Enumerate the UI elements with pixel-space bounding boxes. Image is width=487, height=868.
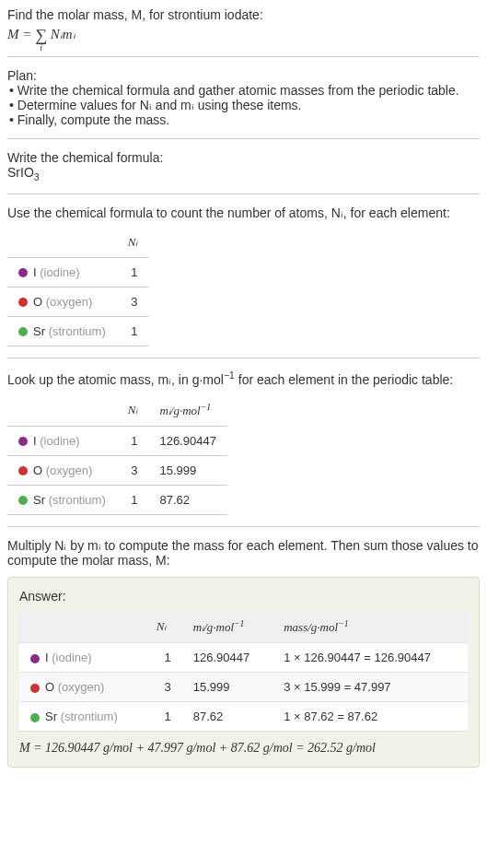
strontium-dot-icon	[30, 713, 40, 722]
divider	[7, 358, 480, 358]
divider	[7, 194, 480, 194]
strontium-dot-icon	[18, 496, 28, 505]
iodine-dot-icon	[30, 654, 40, 663]
element-symbol: Sr	[33, 324, 45, 338]
element-symbol: I	[45, 651, 49, 664]
n-value: 1	[117, 316, 149, 346]
table-header-row: Nᵢ	[7, 228, 148, 258]
element-symbol: O	[45, 680, 54, 694]
element-symbol: Sr	[33, 493, 45, 507]
answer-label: Answer:	[19, 589, 468, 604]
mass-section: Look up the atomic mass, mᵢ, in g·mol−1 …	[7, 369, 480, 515]
element-cell: Sr (strontium)	[7, 485, 117, 514]
empty-header	[7, 228, 117, 258]
empty-header	[19, 611, 145, 643]
m-header-pre: mᵢ/g·mol	[193, 620, 234, 634]
element-symbol: O	[33, 463, 42, 477]
intro-section: Find the molar mass, M, for strontium io…	[7, 7, 480, 45]
chemical-formula-section: Write the chemical formula: SrIO3	[7, 150, 480, 182]
element-name: (oxygen)	[46, 295, 93, 309]
element-name: (strontium)	[49, 493, 106, 507]
multiply-text: Multiply Nᵢ by mᵢ to compute the mass fo…	[7, 538, 480, 568]
n-header: Nᵢ	[145, 611, 182, 643]
mass-title: Look up the atomic mass, mᵢ, in g·mol−1 …	[7, 369, 480, 387]
element-name: (iodine)	[40, 265, 79, 279]
mass-header: mass/g·mol−1	[272, 611, 468, 643]
element-name: (iodine)	[52, 651, 91, 664]
n-value: 3	[117, 455, 149, 485]
table-header-row: Nᵢ mᵢ/g·mol−1 mass/g·mol−1	[19, 611, 468, 643]
multiply-section: Multiply Nᵢ by mᵢ to compute the mass fo…	[7, 538, 480, 568]
element-name: (iodine)	[40, 434, 79, 448]
m-header-pre: mᵢ/g·mol	[159, 404, 200, 417]
n-value: 1	[117, 426, 149, 455]
oxygen-dot-icon	[30, 684, 40, 693]
element-name: (strontium)	[61, 710, 118, 723]
n-value: 1	[145, 702, 182, 732]
element-cell: I (iodine)	[7, 257, 117, 287]
divider	[7, 56, 480, 57]
n-value: 1	[117, 257, 149, 287]
count-section: Use the chemical formula to count the nu…	[7, 205, 480, 346]
element-name: (strontium)	[49, 324, 106, 338]
element-cell: O (oxygen)	[7, 455, 117, 485]
element-symbol: O	[33, 295, 42, 309]
mass-header-pre: mass/g·mol	[284, 620, 338, 634]
table-header-row: Nᵢ mᵢ/g·mol−1	[7, 394, 227, 427]
element-cell: Sr (strontium)	[19, 702, 145, 732]
element-symbol: Sr	[45, 710, 57, 723]
element-name: (oxygen)	[58, 680, 105, 694]
sigma: ∑	[35, 26, 47, 44]
element-cell: I (iodine)	[19, 643, 145, 673]
m-value: 15.999	[182, 673, 272, 702]
mass-calc: 1 × 87.62 = 87.62	[272, 702, 468, 732]
plan-item: • Determine values for Nᵢ and mᵢ using t…	[9, 98, 480, 112]
formula-subscript: 3	[34, 171, 40, 182]
m-value: 15.999	[148, 455, 226, 485]
empty-header	[7, 394, 117, 427]
oxygen-dot-icon	[18, 466, 28, 475]
table-row: I (iodine) 1 126.90447	[7, 426, 227, 455]
n-value: 1	[145, 643, 182, 673]
mass-calc: 3 × 15.999 = 47.997	[272, 673, 468, 702]
n-header: Nᵢ	[117, 394, 149, 427]
element-cell: O (oxygen)	[19, 673, 145, 702]
count-table: Nᵢ I (iodine) 1 O (oxygen) 3 Sr (stronti…	[7, 228, 148, 346]
plan-title: Plan:	[7, 68, 480, 83]
table-row: Sr (strontium) 1 87.62 1 × 87.62 = 87.62	[19, 702, 468, 732]
final-answer: M = 126.90447 g/mol + 47.997 g/mol + 87.…	[19, 741, 468, 756]
m-value: 126.90447	[182, 643, 272, 673]
m-header: mᵢ/g·mol−1	[182, 611, 272, 643]
table-row: Sr (strontium) 1 87.62	[7, 485, 227, 514]
strontium-dot-icon	[18, 327, 28, 336]
mass-table: Nᵢ mᵢ/g·mol−1 I (iodine) 1 126.90447 O (…	[7, 394, 227, 515]
iodine-dot-icon	[18, 268, 28, 277]
chemical-formula: SrIO3	[7, 165, 480, 182]
count-title: Use the chemical formula to count the nu…	[7, 205, 480, 220]
answer-table: Nᵢ mᵢ/g·mol−1 mass/g·mol−1 I (iodine) 1 …	[19, 611, 468, 732]
plan-section: Plan: • Write the chemical formula and g…	[7, 68, 480, 127]
element-name: (oxygen)	[46, 463, 93, 477]
oxygen-dot-icon	[18, 298, 28, 307]
answer-box: Answer: Nᵢ mᵢ/g·mol−1 mass/g·mol−1 I (io…	[7, 577, 480, 768]
element-cell: Sr (strontium)	[7, 316, 117, 346]
n-value: 3	[117, 287, 149, 316]
mass-header-sup: −1	[338, 618, 348, 628]
divider	[7, 138, 480, 139]
mass-title-sup: −1	[224, 369, 235, 381]
plan-item: • Finally, compute the mass.	[9, 112, 480, 127]
intro-text: Find the molar mass, M, for strontium io…	[7, 7, 480, 22]
molar-mass-formula: M = ∑i Nᵢmᵢ	[7, 26, 480, 45]
formula-main: SrIO	[7, 165, 34, 180]
table-row: Sr (strontium) 1	[7, 316, 148, 346]
m-value: 87.62	[148, 485, 226, 514]
sum-symbol: ∑i	[35, 26, 47, 45]
mass-title-pre: Look up the atomic mass, mᵢ, in g·mol	[7, 372, 224, 387]
table-row: I (iodine) 1	[7, 257, 148, 287]
formula-section-title: Write the chemical formula:	[7, 150, 480, 165]
element-symbol: I	[33, 434, 37, 448]
m-header: mᵢ/g·mol−1	[148, 394, 226, 427]
iodine-dot-icon	[18, 437, 28, 446]
table-row: O (oxygen) 3 15.999 3 × 15.999 = 47.997	[19, 673, 468, 702]
table-row: I (iodine) 1 126.90447 1 × 126.90447 = 1…	[19, 643, 468, 673]
